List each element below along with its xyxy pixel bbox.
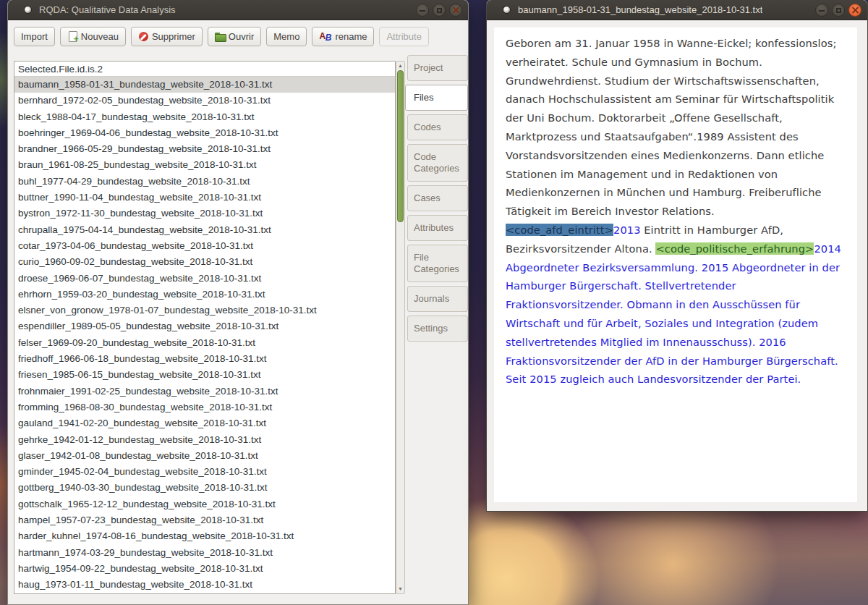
maximize-button[interactable] — [832, 4, 845, 17]
selected-file-status: Selected.File.id.is.2 — [14, 62, 395, 77]
tab-strip: ProjectFilesCodesCode CategoriesCasesAtt… — [407, 55, 468, 342]
import-button-label: Import — [21, 31, 48, 42]
file-row[interactable]: friesen_1985-06-15_bundestag_website_201… — [14, 367, 395, 383]
file-row[interactable]: bystron_1972-11-30_bundestag_website_201… — [14, 206, 395, 221]
file-list-scrollbar[interactable]: ▲ ▼ — [396, 61, 405, 594]
supprimer-button-label: Supprimer — [152, 31, 195, 42]
close-button[interactable] — [848, 4, 861, 17]
ouvrir-button-label: Ouvrir — [229, 31, 254, 42]
rqda-main-window: RQDA: Qualitative Data Analysis ImportNo… — [7, 0, 469, 605]
tab-files[interactable]: Files — [405, 85, 468, 111]
file-row[interactable]: cotar_1973-04-06_bundestag_website_2018-… — [14, 238, 395, 254]
file-row[interactable]: frohnmaier_1991-02-25_bundestag_website_… — [14, 384, 395, 399]
file-row[interactable]: ehrhorn_1959-03-20_bundestag_website_201… — [14, 287, 395, 302]
file-row[interactable]: curio_1960-09-02_bundestag_website_2018-… — [14, 254, 395, 270]
file-row[interactable]: chrupalla_1975-04-14_bundestag_website_2… — [14, 222, 395, 238]
file-row[interactable]: gehrke_1942-01-12_bundestag_website_2018… — [14, 432, 395, 448]
files-notebook: Selected.File.id.is.2 baumann_1958-01-31… — [8, 54, 468, 604]
file-list: baumann_1958-01-31_bundestag_website_201… — [14, 77, 395, 594]
rename-icon: AB — [319, 31, 332, 42]
file-row[interactable]: haug_1973-01-11_bundestag_website_2018-1… — [14, 577, 395, 593]
file-row[interactable]: baumann_1958-01-31_bundestag_website_201… — [14, 77, 395, 93]
right-window-title: baumann_1958-01-31_bundestag_website_201… — [518, 4, 762, 15]
toolbar: ImportNouveauSupprimerOuvrirMemoABrename… — [8, 20, 468, 52]
file-row[interactable]: espendiller_1989-05-05_bundestag_website… — [14, 318, 395, 334]
nouveau-button-label: Nouveau — [81, 31, 119, 42]
tab-codes[interactable]: Codes — [407, 114, 468, 140]
file-row[interactable]: elsner_von_gronow_1978-01-07_bundestag_w… — [14, 302, 395, 318]
tab-cases[interactable]: Cases — [407, 185, 468, 211]
file-row[interactable]: bernhard_1972-02-05_bundestag_website_20… — [14, 93, 395, 109]
file-row[interactable]: bleck_1988-04-17_bundestag_website_2018-… — [14, 109, 395, 125]
file-row[interactable]: braun_1961-08-25_bundestag_website_2018-… — [14, 157, 395, 173]
tab-file-categories[interactable]: File Categories — [407, 245, 468, 282]
document-text: Geboren am 31. Januar 1958 in Wanne-Eick… — [494, 28, 857, 395]
file-row-partial[interactable] — [18, 593, 235, 595]
document-viewer-window: baumann_1958-01-31_bundestag_website_201… — [486, 0, 868, 512]
app-icon — [503, 6, 511, 14]
file-list-box: Selected.File.id.is.2 baumann_1958-01-31… — [14, 61, 396, 594]
scroll-down-icon[interactable]: ▼ — [398, 585, 403, 593]
file-row[interactable]: felser_1969-09-20_bundestag_website_2018… — [14, 335, 395, 351]
supprimer-button[interactable]: Supprimer — [131, 27, 203, 46]
file-row[interactable]: droese_1969-06-07_bundestag_website_2018… — [14, 271, 395, 287]
document-area[interactable]: Geboren am 31. Januar 1958 in Wanne-Eick… — [494, 28, 857, 502]
rename-button-label: rename — [335, 31, 367, 42]
file-row[interactable]: gottberg_1940-03-30_bundestag_website_20… — [14, 480, 395, 496]
app-icon — [24, 6, 32, 14]
ouvrir-button[interactable]: Ouvrir — [208, 27, 261, 46]
nouveau-button[interactable]: Nouveau — [60, 27, 126, 46]
left-window-titlebar[interactable]: RQDA: Qualitative Data Analysis — [8, 0, 468, 20]
tab-code-categories[interactable]: Code Categories — [407, 144, 468, 182]
file-row[interactable]: buttner_1990-11-04_bundestag_website_201… — [14, 190, 395, 206]
text-segment: 2013 — [613, 224, 641, 236]
file-row[interactable]: harder_kuhnel_1974-08-16_bundestag_websi… — [14, 528, 395, 544]
attribute-button: Attribute — [379, 27, 428, 46]
file-row[interactable]: gauland_1941-02-20_bundestag_website_201… — [14, 415, 395, 431]
text-segment: 2014 Abgeordneter Bezirksversammlung. 20… — [506, 242, 841, 386]
minimize-button[interactable] — [815, 4, 828, 17]
maximize-button[interactable] — [433, 4, 446, 17]
memo-button-label: Memo — [273, 31, 299, 42]
file-row[interactable]: hampel_1957-07-23_bundestag_website_2018… — [14, 512, 395, 528]
minimize-button[interactable] — [416, 4, 429, 17]
tab-settings[interactable]: Settings — [407, 316, 468, 342]
file-row[interactable]: fromming_1968-08-30_bundestag_website_20… — [14, 399, 395, 415]
code-marker: <code_politische_erfahrung> — [655, 242, 814, 255]
file-row[interactable]: glaser_1942-01-08_bundestag_website_2018… — [14, 448, 395, 464]
file-row[interactable]: gminder_1945-02-04_bundestag_website_201… — [14, 464, 395, 480]
delete-icon — [138, 31, 149, 42]
file-row[interactable]: gottschalk_1965-12-12_bundestag_website_… — [14, 496, 395, 512]
right-window-titlebar[interactable]: baumann_1958-01-31_bundestag_website_201… — [487, 0, 867, 20]
scrollbar-thumb[interactable] — [397, 70, 404, 222]
memo-button[interactable]: Memo — [266, 27, 307, 46]
rename-button[interactable]: ABrename — [312, 27, 374, 46]
file-row[interactable]: buhl_1977-04-29_bundestag_website_2018-1… — [14, 174, 395, 190]
attribute-button-label: Attribute — [386, 31, 421, 42]
code-marker: <code_afd_eintritt> — [506, 224, 613, 236]
scroll-up-icon[interactable]: ▲ — [398, 62, 403, 70]
open-folder-icon — [215, 31, 226, 42]
file-row[interactable]: friedhoff_1966-06-18_bundestag_website_2… — [14, 351, 395, 367]
file-row[interactable]: hartmann_1974-03-29_bundestag_website_20… — [14, 545, 395, 561]
import-button[interactable]: Import — [14, 27, 55, 46]
new-doc-icon — [67, 31, 78, 42]
close-button[interactable] — [449, 4, 462, 17]
tab-attributes[interactable]: Attributes — [407, 215, 468, 241]
left-window-title: RQDA: Qualitative Data Analysis — [39, 4, 176, 15]
file-row[interactable]: brandner_1966-05-29_bundestag_website_20… — [14, 141, 395, 157]
file-row[interactable]: hartwig_1954-09-22_bundestag_website_201… — [14, 561, 395, 577]
file-row[interactable]: boehringer_1969-04-06_bundestag_website_… — [14, 125, 395, 141]
tab-journals[interactable]: Journals — [407, 286, 468, 312]
text-segment: Geboren am 31. Januar 1958 in Wanne-Eick… — [506, 37, 836, 217]
tab-project[interactable]: Project — [407, 55, 468, 81]
